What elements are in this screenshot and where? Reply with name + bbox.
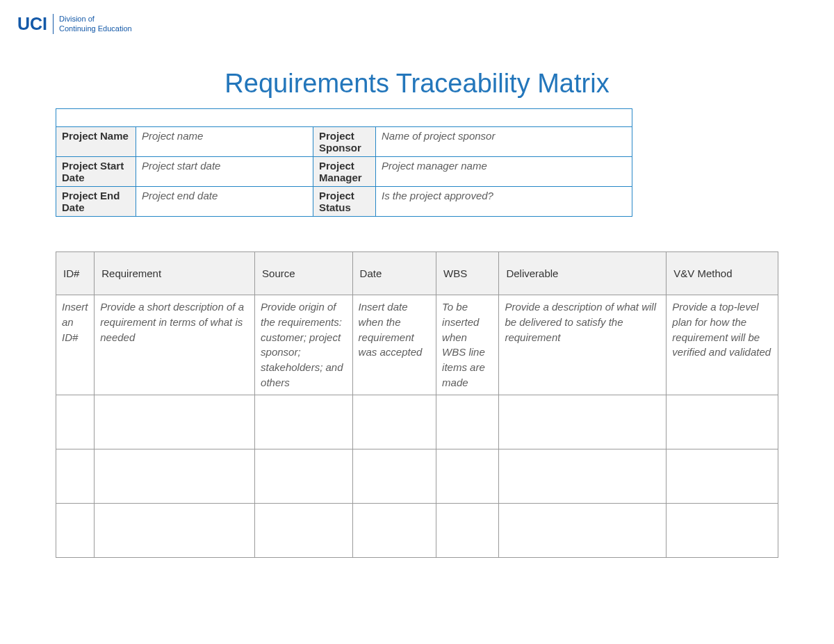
hint-vv: Provide a top-level plan for how the req… bbox=[667, 295, 778, 395]
cell bbox=[499, 449, 667, 503]
hint-deliv: Provide a description of what will be de… bbox=[499, 295, 667, 395]
overview-row: Project Name Project name Project Sponso… bbox=[56, 127, 632, 157]
cell bbox=[352, 503, 436, 557]
cell bbox=[352, 395, 436, 449]
hint-date: Insert date when the requirement was acc… bbox=[352, 295, 436, 395]
overview-label: Project Sponsor bbox=[313, 127, 376, 157]
matrix-empty-row bbox=[56, 503, 778, 557]
cell bbox=[95, 395, 255, 449]
overview-label: Project End Date bbox=[56, 187, 136, 217]
cell bbox=[352, 449, 436, 503]
page-title: Requirements Traceability Matrix bbox=[0, 69, 834, 99]
overview-value: Name of project sponsor bbox=[376, 127, 632, 157]
overview-label: Project Start Date bbox=[56, 157, 136, 187]
matrix-header-row: ID# Requirement Source Date WBS Delivera… bbox=[56, 252, 778, 295]
cell bbox=[56, 449, 95, 503]
col-source: Source bbox=[255, 252, 353, 295]
logo-subtitle-line2: Continuing Education bbox=[59, 24, 132, 34]
overview-value: Project name bbox=[136, 127, 313, 157]
logo-subtitle: Division of Continuing Education bbox=[59, 15, 132, 34]
cell bbox=[436, 503, 499, 557]
cell bbox=[667, 449, 778, 503]
cell bbox=[95, 503, 255, 557]
overview-value: Project manager name bbox=[376, 157, 632, 187]
cell bbox=[255, 503, 353, 557]
hint-req: Provide a short description of a require… bbox=[95, 295, 255, 395]
cell bbox=[667, 503, 778, 557]
col-vv-method: V&V Method bbox=[667, 252, 778, 295]
cell bbox=[56, 503, 95, 557]
matrix-empty-row bbox=[56, 395, 778, 449]
cell bbox=[95, 449, 255, 503]
col-deliverable: Deliverable bbox=[499, 252, 667, 295]
overview-row: Project End Date Project end date Projec… bbox=[56, 187, 632, 217]
logo-subtitle-line1: Division of bbox=[59, 15, 132, 24]
cell bbox=[436, 449, 499, 503]
uci-logo-mark: UCI bbox=[17, 14, 54, 34]
overview-header: Project Overview bbox=[56, 109, 632, 127]
traceability-matrix-table: ID# Requirement Source Date WBS Delivera… bbox=[56, 251, 778, 558]
hint-wbs: To be inserted when WBS line items are m… bbox=[436, 295, 499, 395]
cell bbox=[667, 395, 778, 449]
cell bbox=[255, 449, 353, 503]
overview-value: Project end date bbox=[136, 187, 313, 217]
overview-label: Project Status bbox=[313, 187, 376, 217]
cell bbox=[56, 395, 95, 449]
hint-id: Insert an ID# bbox=[56, 295, 95, 395]
matrix-hint-row: Insert an ID# Provide a short descriptio… bbox=[56, 295, 778, 395]
hint-src: Provide origin of the requirements: cust… bbox=[255, 295, 353, 395]
cell bbox=[499, 395, 667, 449]
overview-row: Project Start Date Project start date Pr… bbox=[56, 157, 632, 187]
cell bbox=[436, 395, 499, 449]
cell bbox=[255, 395, 353, 449]
matrix-empty-row bbox=[56, 449, 778, 503]
overview-value: Project start date bbox=[136, 157, 313, 187]
col-date: Date bbox=[352, 252, 436, 295]
overview-value: Is the project approved? bbox=[376, 187, 632, 217]
col-wbs: WBS bbox=[436, 252, 499, 295]
brand-header: UCI Division of Continuing Education bbox=[0, 14, 834, 34]
cell bbox=[499, 503, 667, 557]
project-overview-table: Project Overview Project Name Project na… bbox=[56, 108, 632, 217]
overview-label: Project Name bbox=[56, 127, 136, 157]
col-requirement: Requirement bbox=[95, 252, 255, 295]
col-id: ID# bbox=[56, 252, 95, 295]
overview-label: Project Manager bbox=[313, 157, 376, 187]
